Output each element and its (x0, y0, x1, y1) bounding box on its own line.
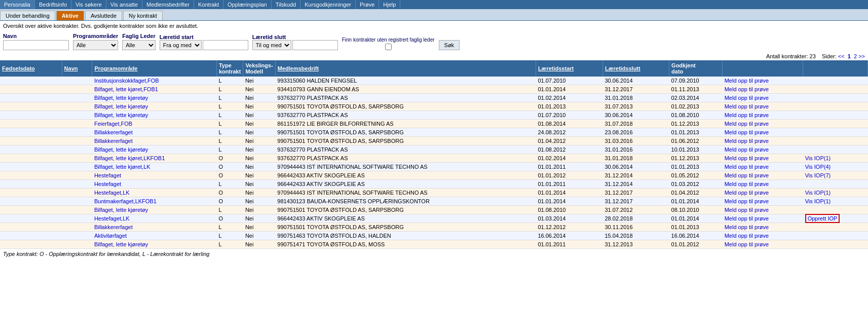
cell-navn (62, 94, 92, 102)
cell-slutt: 30.06.2014 (603, 77, 669, 85)
cell-godkjent: 07.09.2010 (669, 77, 723, 85)
cell-fodselsdato (0, 163, 62, 171)
cell-slutt: 31.12.2017 (603, 197, 669, 206)
nav-medlemsbedrifter[interactable]: Medlemsbedrifter (142, 0, 194, 9)
cell-godkjent: 02.03.2014 (669, 94, 723, 102)
cell-action2 (803, 223, 868, 232)
cell-fodselsdato (0, 232, 62, 240)
cell-type: L (216, 223, 243, 232)
nav-opplaeringsplan[interactable]: Opplæringsplan (223, 0, 272, 9)
col-veksling: Vekslings-Modell (243, 60, 275, 77)
table-row: Bilfaget, lette kjøretøyLNei990751501 TO… (0, 102, 868, 111)
cell-godkjent: 01.06.2012 (669, 137, 723, 145)
programomrader-select[interactable]: Alle (73, 40, 118, 50)
cell-action1: Meld opp til prøve (723, 163, 803, 171)
cell-action2 (803, 180, 868, 189)
cell-start: 01.08.2010 (536, 206, 602, 214)
cell-godkjent: 01.04.2012 (669, 189, 723, 197)
cell-slutt: 30.11.2016 (603, 223, 669, 232)
cell-start: 01.02.2014 (536, 94, 602, 102)
nav-vis-sokere[interactable]: Vis søkere (71, 0, 106, 9)
table-row: BillakkererfagetLNei990751501 TOYOTA ØST… (0, 137, 868, 145)
cell-start: 01.07.2010 (536, 77, 602, 85)
finn-kontrakter-label: Finn kontrakter uten registrert faglig l… (342, 37, 435, 43)
cell-start: 16.06.2014 (536, 232, 602, 240)
cell-slutt: 31.01.2018 (603, 154, 669, 163)
cell-godkjent: 01.01.2013 (669, 163, 723, 171)
nav-tilskudd[interactable]: Tilskudd (272, 0, 301, 9)
navn-input[interactable] (3, 40, 69, 50)
cell-veksling: Nei (243, 171, 275, 180)
faglig-leder-select[interactable]: Alle (122, 40, 155, 50)
cell-veksling: Nei (243, 94, 275, 102)
nav-personalia[interactable]: Personalia (0, 0, 35, 9)
cell-veksling: Nei (243, 137, 275, 145)
cell-start: 01.01.2014 (536, 189, 602, 197)
cell-godkjent: 01.01.2013 (669, 223, 723, 232)
cell-programomrade: Hestefaget,LK (92, 189, 217, 197)
pagination-prev[interactable]: << (838, 53, 845, 59)
col-programomrade: Programområde (92, 60, 217, 77)
cell-type: L (216, 128, 243, 137)
cell-action1: Meld opp til prøve (723, 154, 803, 163)
cell-action1: Meld opp til prøve (723, 120, 803, 128)
cell-slutt: 31.12.2013 (603, 240, 669, 249)
cell-programomrade: Institusjonskokkfaget,FOB (92, 77, 217, 85)
table-row: AktivitørfagetLNei990751463 TOYOTA ØSTFO… (0, 232, 868, 240)
laeretid-start-input[interactable] (203, 40, 248, 50)
pagination-current[interactable]: 1 (848, 53, 851, 59)
cell-action2 (803, 111, 868, 120)
cell-navn (62, 85, 92, 94)
table-row: Bilfaget, lette kjøret,LKONei970944443 I… (0, 163, 868, 171)
sok-button[interactable]: Søk (439, 40, 460, 50)
cell-medlemsbedrift: 990751501 TOYOTA ØSTFOLD AS, SARPSBORG (275, 102, 536, 111)
cell-medlemsbedrift: 990751463 TOYOTA ØSTFOLD AS, HALDEN (275, 232, 536, 240)
nav-prove[interactable]: Prøve (356, 0, 379, 9)
pagination-next[interactable]: 2 (854, 53, 857, 59)
cell-programomrade: Billakkererfaget (92, 128, 217, 137)
cell-action2 (803, 240, 868, 249)
cell-medlemsbedrift: 937632770 PLASTPACK AS (275, 145, 536, 154)
cell-fodselsdato (0, 171, 62, 180)
laeretid-slutt-select[interactable]: Til og med (252, 40, 291, 50)
nav-hjelp[interactable]: Hjelp (379, 0, 400, 9)
finn-kontrakter-checkbox[interactable] (342, 44, 435, 50)
cell-fodselsdato (0, 214, 62, 223)
nav-kursgodkjenninger[interactable]: Kursgodkjenninger (300, 0, 356, 9)
cell-action2 (803, 94, 868, 102)
col-fodselsdato: Fødselsdato (0, 60, 62, 77)
nav-vis-ansatte[interactable]: Vis ansatte (106, 0, 142, 9)
cell-action1: Meld opp til prøve (723, 214, 803, 223)
tab-ny-kontrakt[interactable]: Ny kontrakt (123, 11, 163, 20)
cell-godkjent: 08.10.2010 (669, 206, 723, 214)
cell-slutt: 31.07.2013 (603, 102, 669, 111)
cell-action1: Meld opp til prøve (723, 171, 803, 180)
cell-navn (62, 120, 92, 128)
cell-programomrade: Hestefaget (92, 180, 217, 189)
cell-programomrade: Billakkererfaget (92, 223, 217, 232)
table-row: Bilfaget, lette kjøretøyLNei937632770 PL… (0, 94, 868, 102)
laeretid-slutt-input[interactable] (292, 40, 338, 50)
cell-action1: Meld opp til prøve (723, 94, 803, 102)
pagination-last[interactable]: >> (858, 53, 865, 59)
cell-navn (62, 206, 92, 214)
cell-fodselsdato (0, 154, 62, 163)
cell-type: O (216, 171, 243, 180)
cell-programomrade: Aktivitørfaget (92, 232, 217, 240)
nav-kontrakt[interactable]: Kontrakt (194, 0, 223, 9)
filter-bar: Navn Programområder Alle Faglig Leder Al… (0, 31, 868, 52)
laeretid-start-select[interactable]: Fra og med (160, 40, 202, 50)
cell-medlemsbedrift: 970944443 IST INTERNATIONAL SOFTWARE TEC… (275, 189, 536, 197)
cell-medlemsbedrift: 990751501 TOYOTA ØSTFOLD AS, SARPSBORG (275, 128, 536, 137)
table-row: HestefagetLNei966442433 AKTIV SKOGPLEIE … (0, 180, 868, 189)
col-godkjent-dato: Godkjentdato (669, 60, 723, 77)
cell-godkjent: 01.03.2012 (669, 180, 723, 189)
cell-godkjent: 01.12.2013 (669, 120, 723, 128)
tab-under-behandling[interactable]: Under behandling (0, 11, 55, 20)
cell-slutt: 28.02.2018 (603, 214, 669, 223)
tab-aktive[interactable]: Aktive (56, 11, 84, 20)
nav-bedriftsinfo[interactable]: Bedriftsinfo (35, 0, 71, 9)
cell-programomrade: Bilfaget, lette kjøretøy (92, 102, 217, 111)
tab-avsluttede[interactable]: Avsluttede (85, 11, 122, 20)
cell-action2: Vis IOP(1) (803, 154, 868, 163)
